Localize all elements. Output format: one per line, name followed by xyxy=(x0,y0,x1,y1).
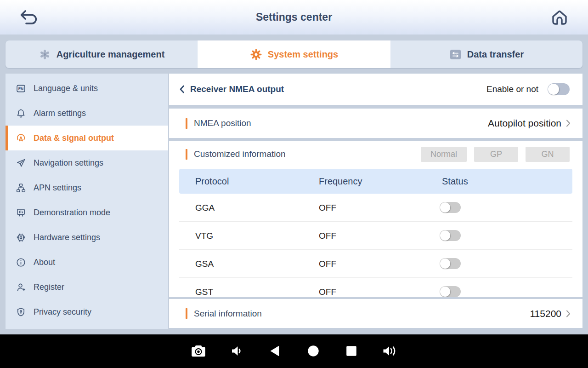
signal-broadcast-icon xyxy=(15,132,26,144)
nmea-position-label: NMEA position xyxy=(194,118,251,128)
sidebar-item-language-units[interactable]: EN Language & units xyxy=(6,76,168,101)
serial-information-value: 115200 xyxy=(530,308,561,319)
column-header-status: Status xyxy=(442,169,468,194)
panel-header-card: Receiver NMEA output Enable or not xyxy=(169,74,582,105)
sidebar-item-label: About xyxy=(34,258,55,267)
table-row-gga: GGA OFF xyxy=(179,194,572,222)
orange-accent-bar xyxy=(186,118,187,129)
orange-accent-bar xyxy=(186,308,187,319)
protocol-cell: VTG xyxy=(195,222,213,250)
gear-icon xyxy=(250,48,262,61)
sidebar-item-label: Privacy security xyxy=(34,307,91,317)
sidebar-item-privacy-security[interactable]: Privacy security xyxy=(6,299,168,324)
home-icon xyxy=(550,8,569,27)
volume-down-icon[interactable] xyxy=(231,345,243,357)
orange-accent-bar xyxy=(186,149,187,160)
presentation-board-icon xyxy=(15,207,26,218)
sidebar-item-label: Navigation settings xyxy=(34,158,103,168)
frequency-cell[interactable]: OFF xyxy=(319,278,336,297)
sidebar-item-label: Demonstration mode xyxy=(34,208,110,218)
sidebar-item-label: Alarm settings xyxy=(34,109,86,118)
android-navbar xyxy=(0,334,588,368)
serial-information-label: Serial information xyxy=(194,309,262,319)
status-toggle[interactable] xyxy=(440,230,461,241)
tab-system-settings[interactable]: System settings xyxy=(198,40,390,68)
frequency-cell[interactable]: OFF xyxy=(319,194,336,222)
chip-icon xyxy=(15,232,26,243)
sidebar-item-alarm-settings[interactable]: Alarm settings xyxy=(6,101,168,126)
gp-button[interactable]: GP xyxy=(474,147,518,162)
protocol-cell: GSA xyxy=(195,250,214,278)
home-circle-icon[interactable] xyxy=(307,345,319,357)
column-header-protocol: Protocol xyxy=(195,169,229,194)
enable-toggle[interactable] xyxy=(548,83,570,95)
sidebar-item-data-signal-output[interactable]: Data & signal output xyxy=(6,126,168,150)
customized-information-label: Customized information xyxy=(194,149,286,159)
table-row-gsa: GSA OFF xyxy=(179,250,572,278)
protocol-table: Protocol Frequency Status GGA OFF VTG OF… xyxy=(179,169,572,297)
tab-agriculture-management[interactable]: Agriculture management xyxy=(6,40,198,68)
sidebar-item-apn-settings[interactable]: APN settings xyxy=(6,175,168,200)
sidebar-item-hardware-settings[interactable]: Hardware settings xyxy=(6,225,168,250)
frequency-cell[interactable]: OFF xyxy=(319,222,336,250)
status-toggle[interactable] xyxy=(440,286,461,297)
sidebar-item-label: Language & units xyxy=(34,84,98,93)
main-tabbar: Agriculture management System settings xyxy=(6,40,582,68)
sidebar-item-register[interactable]: Register xyxy=(6,275,168,299)
bell-icon xyxy=(15,108,26,119)
info-circle-icon xyxy=(15,257,26,268)
shield-key-icon xyxy=(15,306,26,317)
back-triangle-icon[interactable] xyxy=(270,345,280,357)
sidebar-item-label: Register xyxy=(34,282,64,292)
customized-information-card: Customized information Normal GP GN Prot… xyxy=(169,141,582,297)
recents-square-icon[interactable] xyxy=(346,345,357,356)
sidebar-item-about[interactable]: About xyxy=(6,250,168,275)
camera-icon[interactable] xyxy=(191,345,206,357)
tab-label: Data transfer xyxy=(467,49,524,60)
nmea-position-row[interactable]: NMEA position Autopilot position xyxy=(169,109,582,138)
customized-information-row: Customized information Normal GP GN xyxy=(169,141,582,167)
nmea-position-value: Autopilot position xyxy=(488,118,561,129)
tab-label: System settings xyxy=(268,49,338,60)
sidebar-item-label: Hardware settings xyxy=(34,233,100,242)
home-button[interactable] xyxy=(550,8,569,27)
status-toggle[interactable] xyxy=(440,202,461,213)
sidebar-item-label: APN settings xyxy=(34,183,81,193)
chevron-right-icon xyxy=(566,310,571,317)
agriculture-flower-icon xyxy=(39,48,51,61)
settings-center-screen: Settings center Agriculture management xyxy=(0,0,588,368)
data-transfer-icon xyxy=(449,49,462,60)
panel-title: Receiver NMEA output xyxy=(190,84,284,94)
top-header: Settings center xyxy=(0,0,588,34)
user-plus-icon xyxy=(15,282,26,293)
tab-data-transfer[interactable]: Data transfer xyxy=(390,40,582,68)
volume-up-icon[interactable] xyxy=(383,345,397,358)
settings-sidebar: EN Language & units Alarm settings xyxy=(6,74,168,329)
table-row-vtg: VTG OFF xyxy=(179,222,572,250)
sidebar-item-navigation-settings[interactable]: Navigation settings xyxy=(6,150,168,175)
chevron-left-icon[interactable] xyxy=(179,85,185,93)
protocol-table-header: Protocol Frequency Status xyxy=(179,169,572,194)
svg-text:EN: EN xyxy=(18,86,23,91)
enable-or-not-label: Enable or not xyxy=(486,84,538,94)
sidebar-item-demonstration-mode[interactable]: Demonstration mode xyxy=(6,200,168,225)
protocol-cell: GGA xyxy=(195,194,215,222)
frequency-cell[interactable]: OFF xyxy=(319,250,336,278)
gn-button[interactable]: GN xyxy=(526,147,570,162)
network-sitemap-icon xyxy=(15,182,26,193)
protocol-cell: GST xyxy=(195,278,213,297)
chevron-right-icon xyxy=(566,120,571,127)
tab-label: Agriculture management xyxy=(57,49,165,60)
column-header-frequency: Frequency xyxy=(319,169,362,194)
status-toggle[interactable] xyxy=(440,258,461,269)
sidebar-item-label: Data & signal output xyxy=(34,133,114,143)
language-en-icon: EN xyxy=(15,83,26,94)
normal-button[interactable]: Normal xyxy=(421,147,467,162)
page-title: Settings center xyxy=(0,0,588,34)
serial-information-row[interactable]: Serial information 115200 xyxy=(169,299,582,328)
table-row-gst: GST OFF xyxy=(179,278,572,297)
paper-plane-icon xyxy=(15,157,26,168)
